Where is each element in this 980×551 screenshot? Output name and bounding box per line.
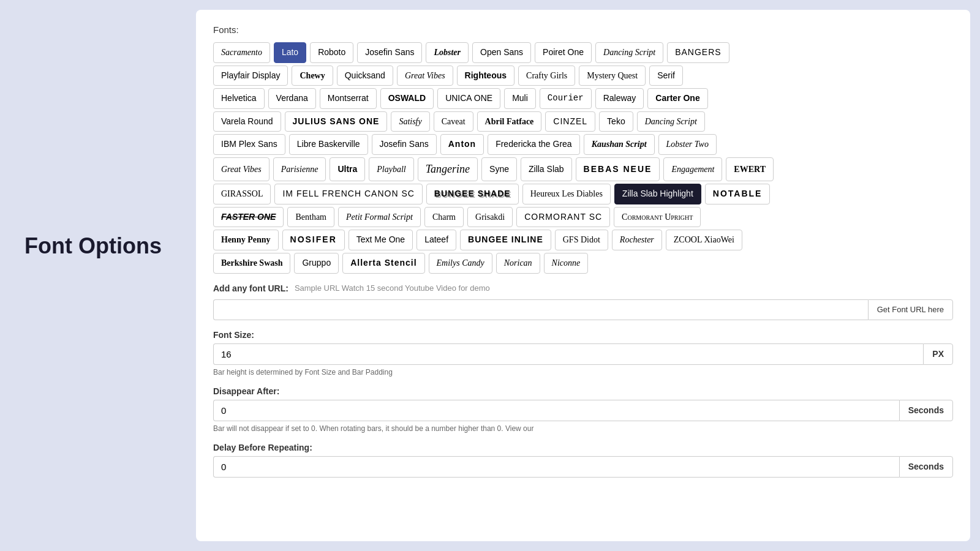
font-button[interactable]: JULIUS SANS ONE [285, 111, 388, 132]
font-button[interactable]: NOTABLE [705, 184, 771, 204]
page-title: Font Options [24, 233, 172, 259]
font-button[interactable]: Heureux Les Diables [522, 184, 611, 204]
font-button[interactable]: Teko [599, 111, 633, 132]
font-button[interactable]: Caveat [434, 111, 473, 132]
font-button[interactable]: Courier [540, 88, 592, 109]
add-font-section: Add any font URL: Sample URL Watch 15 se… [213, 283, 953, 320]
font-button[interactable]: BEBAS NEUE [576, 157, 660, 181]
font-button[interactable]: Bentham [287, 207, 334, 228]
font-button[interactable]: Kaushan Script [584, 134, 655, 155]
font-button[interactable]: Serif [649, 66, 683, 86]
font-button[interactable]: Tangerine [418, 157, 478, 181]
font-button[interactable]: Text Me One [349, 230, 413, 250]
font-button[interactable]: Chewy [292, 66, 333, 86]
font-button[interactable]: Berkshire Swash [213, 253, 290, 274]
font-button[interactable]: Poiret One [535, 42, 592, 63]
font-button[interactable]: Quicksand [337, 66, 393, 86]
font-button[interactable]: Satisfy [391, 111, 429, 132]
font-button[interactable]: Zilla Slab [521, 157, 572, 181]
font-button[interactable]: IBM Plex Sans [213, 134, 285, 155]
font-button[interactable]: Josefin Sans [357, 42, 422, 63]
font-button[interactable]: Henny Penny [213, 230, 279, 250]
delay-before-label: Delay Before Repeating: [213, 443, 953, 452]
font-button[interactable]: Sacramento [213, 42, 270, 63]
font-button[interactable]: Fredericka the Grea [488, 134, 580, 155]
font-size-unit: PX [923, 343, 953, 365]
font-button[interactable]: NOSIFER [282, 230, 345, 250]
font-button[interactable]: FASTER ONE [213, 207, 284, 228]
font-button[interactable]: CINZEL [545, 111, 595, 132]
font-button[interactable]: Open Sans [472, 42, 531, 63]
font-button[interactable]: BUNGEE SHADE [426, 184, 519, 204]
font-button[interactable]: Zilla Slab Highlight [614, 184, 701, 204]
font-button[interactable]: Rochester [612, 230, 662, 250]
font-button[interactable]: Gruppo [294, 253, 339, 274]
font-button[interactable]: Helvetica [213, 88, 265, 109]
font-button[interactable]: Raleway [595, 88, 644, 109]
font-row-7: FASTER ONEBenthamPetit Formal ScriptChar… [213, 207, 953, 228]
font-button[interactable]: Libre Baskerville [289, 134, 368, 155]
font-button[interactable]: Varela Round [213, 111, 281, 132]
font-button[interactable]: Lobster [426, 42, 469, 63]
font-size-section: Font Size: PX Bar height is determined b… [213, 330, 953, 377]
font-button[interactable]: Mystery Quest [579, 66, 646, 86]
font-button[interactable]: Playball [369, 157, 413, 181]
font-button[interactable]: Dancing Script [637, 111, 705, 132]
font-row-9: Berkshire SwashGruppoAllerta StencilEmil… [213, 253, 953, 274]
font-button[interactable]: Great Vibes [213, 157, 270, 181]
font-button[interactable]: Righteous [457, 66, 514, 86]
font-size-label: Font Size: [213, 330, 953, 340]
delay-before-unit: Seconds [899, 456, 953, 478]
font-button[interactable]: Verdana [268, 88, 316, 109]
font-button[interactable]: Playfair Display [213, 66, 288, 86]
font-button[interactable]: Syne [481, 157, 517, 181]
disappear-after-label: Disappear After: [213, 386, 953, 396]
font-button[interactable]: Petit Formal Script [338, 207, 421, 228]
font-button[interactable]: BUNGEE INLINE [460, 230, 551, 250]
font-button[interactable]: UNICA ONE [437, 88, 500, 109]
font-button[interactable]: Roboto [310, 42, 353, 63]
font-button[interactable]: GFS Didot [555, 230, 608, 250]
font-button[interactable]: ZCOOL XiaoWei [666, 230, 742, 250]
font-row-0: SacramentoLatoRobotoJosefin SansLobsterO… [213, 42, 953, 63]
font-button[interactable]: Lobster Two [658, 134, 717, 155]
font-button[interactable]: Josefin Sans [372, 134, 437, 155]
delay-before-input[interactable] [213, 456, 899, 478]
font-row-2: HelveticaVerdanaMontserratOswaldUNICA ON… [213, 88, 953, 109]
get-font-button[interactable]: Get Font URL here [868, 299, 953, 320]
font-button[interactable]: Cormorant Upright [614, 207, 701, 228]
font-grid: SacramentoLatoRobotoJosefin SansLobsterO… [213, 42, 953, 274]
font-button[interactable]: Emilys Candy [429, 253, 492, 274]
font-row-6: GIRASSOLIM FELL FRENCH CANON SCBUNGEE SH… [213, 184, 953, 204]
font-button[interactable]: Charm [424, 207, 464, 228]
font-button[interactable]: Engagement [663, 157, 722, 181]
font-row-3: Varela RoundJULIUS SANS ONESatisfyCaveat… [213, 111, 953, 132]
font-button[interactable]: Muli [504, 88, 536, 109]
font-button[interactable]: Dancing Script [595, 42, 663, 63]
font-button[interactable]: IM FELL FRENCH CANON SC [274, 184, 422, 204]
font-button[interactable]: Grisakdi [467, 207, 513, 228]
font-button[interactable]: Norican [496, 253, 540, 274]
font-button[interactable]: EWERT [726, 157, 774, 181]
font-button[interactable]: Lato [274, 42, 306, 63]
disappear-after-unit: Seconds [899, 400, 953, 421]
font-button[interactable]: Parisienne [273, 157, 326, 181]
disappear-after-input[interactable] [213, 400, 899, 421]
font-button[interactable]: CORMORANT SC [516, 207, 610, 228]
font-button[interactable]: Allerta Stencil [342, 253, 424, 274]
font-button[interactable]: BANGERS [667, 42, 729, 63]
font-button[interactable]: Crafty Girls [518, 66, 575, 86]
font-button[interactable]: Ultra [330, 157, 365, 181]
font-button[interactable]: Great Vibes [397, 66, 453, 86]
font-button[interactable]: Abril Fatface [477, 111, 542, 132]
font-button[interactable]: GIRASSOL [213, 184, 271, 204]
font-button[interactable]: Carter One [647, 88, 707, 109]
font-button[interactable]: Oswald [380, 88, 434, 109]
font-button[interactable]: Niconne [544, 253, 589, 274]
font-button[interactable]: Montserrat [320, 88, 377, 109]
font-button[interactable]: Lateef [417, 230, 456, 250]
font-size-input[interactable] [213, 343, 923, 365]
font-button[interactable]: Anton [440, 134, 484, 155]
fonts-label: Fonts: [213, 24, 953, 35]
add-font-input[interactable] [213, 299, 868, 320]
